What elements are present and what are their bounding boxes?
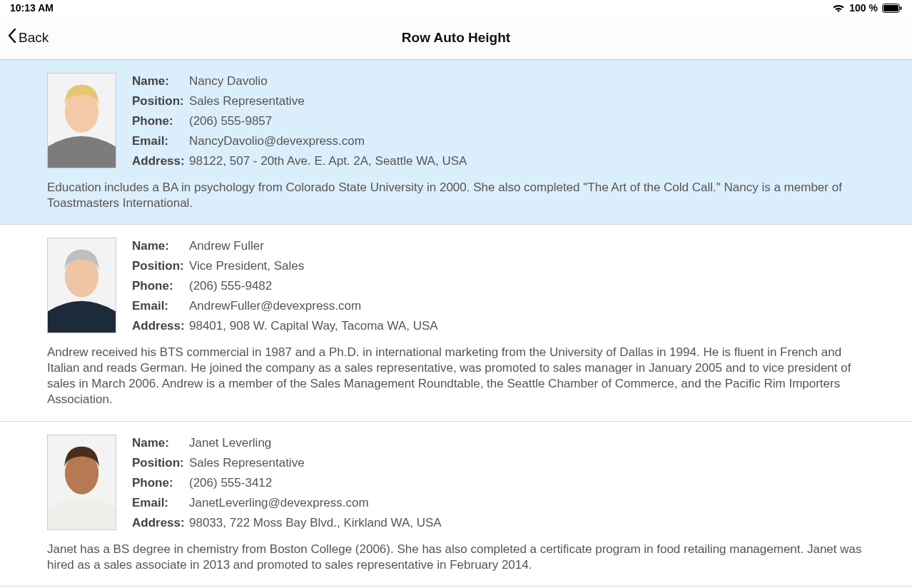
label-phone: Phone: [132, 476, 189, 490]
value-email: AndrewFuller@devexpress.com [189, 299, 438, 313]
bio-text: Janet has a BS degree in chemistry from … [47, 542, 865, 573]
value-position: Sales Representative [189, 94, 467, 108]
list-item[interactable]: Name: Nancy Davolio Position: Sales Repr… [0, 60, 912, 225]
back-label: Back [19, 30, 49, 46]
status-time: 10:13 AM [10, 2, 54, 14]
bio-text: Andrew received his BTS commercial in 19… [47, 345, 865, 407]
label-position: Position: [132, 456, 189, 470]
nav-bar: Back Row Auto Height [0, 16, 912, 60]
value-email: NancyDavolio@devexpress.com [189, 134, 467, 148]
value-name: Nancy Davolio [189, 74, 467, 88]
battery-icon [882, 4, 902, 13]
page-title: Row Auto Height [402, 30, 510, 46]
value-name: Janet Leverling [189, 436, 442, 450]
people-list: Name: Nancy Davolio Position: Sales Repr… [0, 60, 912, 587]
svg-rect-1 [883, 5, 898, 11]
value-name: Andrew Fuller [189, 239, 438, 253]
value-position: Sales Representative [189, 456, 442, 470]
bio-text: Education includes a BA in psychology fr… [47, 180, 865, 211]
fields: Name: Janet Leverling Position: Sales Re… [132, 435, 442, 530]
status-battery-text: 100 % [849, 2, 878, 14]
status-right: 100 % [832, 2, 902, 14]
label-phone: Phone: [132, 114, 189, 128]
avatar [47, 435, 116, 530]
value-phone: (206) 555-9482 [189, 279, 438, 293]
label-address: Address: [132, 516, 189, 530]
value-address: 98401, 908 W. Capital Way, Tacoma WA, US… [189, 319, 438, 333]
label-phone: Phone: [132, 279, 189, 293]
value-address: 98122, 507 - 20th Ave. E. Apt. 2A, Seatt… [189, 154, 467, 168]
list-item[interactable]: Name: Janet Leverling Position: Sales Re… [0, 422, 912, 587]
back-button[interactable]: Back [0, 28, 49, 47]
value-phone: (206) 555-9857 [189, 114, 467, 128]
chevron-left-icon [7, 28, 17, 47]
label-name: Name: [132, 74, 189, 88]
value-position: Vice President, Sales [189, 259, 438, 273]
value-email: JanetLeverling@devexpress.com [189, 496, 442, 510]
label-name: Name: [132, 239, 189, 253]
status-bar: 10:13 AM 100 % [0, 0, 912, 16]
label-address: Address: [132, 319, 189, 333]
label-address: Address: [132, 154, 189, 168]
value-address: 98033, 722 Moss Bay Blvd., Kirkland WA, … [189, 516, 442, 530]
avatar [47, 73, 116, 168]
fields: Name: Andrew Fuller Position: Vice Presi… [132, 238, 438, 333]
avatar [47, 238, 116, 333]
value-phone: (206) 555-3412 [189, 476, 442, 490]
label-email: Email: [132, 496, 189, 510]
label-name: Name: [132, 436, 189, 450]
label-position: Position: [132, 259, 189, 273]
svg-rect-2 [901, 6, 902, 10]
label-email: Email: [132, 299, 189, 313]
wifi-icon [832, 4, 845, 13]
label-position: Position: [132, 94, 189, 108]
list-item[interactable]: Name: Andrew Fuller Position: Vice Presi… [0, 225, 912, 421]
fields: Name: Nancy Davolio Position: Sales Repr… [132, 73, 467, 168]
label-email: Email: [132, 134, 189, 148]
